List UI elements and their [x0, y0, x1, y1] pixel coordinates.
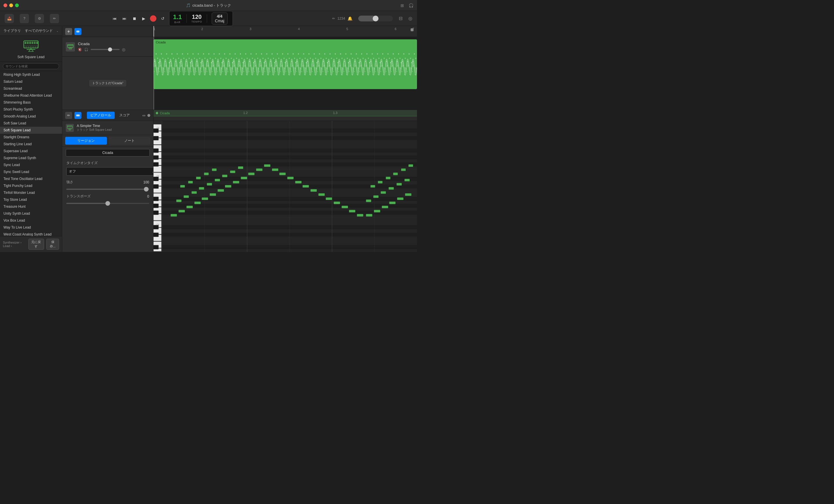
- svg-rect-152: [207, 183, 212, 185]
- sound-list-item[interactable]: Smooth Analog Lead: [0, 113, 62, 120]
- sound-list-item[interactable]: Saturn Lead: [0, 78, 62, 85]
- transport-display: 1.1 BAR 120 TEMPO 4/4 Cmaj: [169, 11, 233, 26]
- minimize-button[interactable]: [9, 3, 13, 7]
- edit-tool-icon: ✏: [332, 17, 335, 21]
- settings-icon[interactable]: ⚙: [35, 14, 44, 23]
- svg-rect-22: [68, 45, 69, 46]
- svg-rect-106: [162, 136, 417, 140]
- forward-button[interactable]: ⏭: [121, 15, 128, 22]
- svg-rect-132: [241, 177, 247, 179]
- sound-list-item[interactable]: Rising High Synth Lead: [0, 71, 62, 78]
- sound-list-item[interactable]: Sync Lead: [0, 161, 62, 168]
- sound-list-item[interactable]: Toy Store Lead: [0, 196, 62, 203]
- sound-list-item[interactable]: Short Plucky Synth: [0, 106, 62, 113]
- piano-roll-ruler: Cicada 1 1.2 1.3: [153, 110, 417, 121]
- svg-point-20: [78, 31, 79, 32]
- sound-list-item[interactable]: Supersaw Lead: [0, 147, 62, 155]
- sound-list-item[interactable]: Supreme Lead Synth: [0, 155, 62, 161]
- edit-icon[interactable]: ✏: [50, 14, 59, 23]
- sound-list-item[interactable]: Tight Punchy Lead: [0, 182, 62, 189]
- velocity-slider[interactable]: [66, 189, 149, 190]
- stop-button[interactable]: ⏹: [131, 15, 137, 22]
- svg-rect-89: [153, 225, 158, 229]
- expand-icon[interactable]: ⇔: [142, 113, 146, 118]
- svg-rect-50: [69, 126, 69, 127]
- svg-rect-90: [153, 233, 158, 237]
- revert-button[interactable]: 元に戻す: [28, 239, 44, 250]
- sound-list-item[interactable]: Shelburne Road Attention Lead: [0, 92, 62, 99]
- rewind-button[interactable]: ⏮: [111, 15, 118, 22]
- headphone-icon[interactable]: 🎧: [84, 48, 88, 51]
- svg-rect-129: [218, 189, 224, 191]
- mute-icon[interactable]: 🔇: [78, 48, 82, 51]
- maximize-button[interactable]: [15, 3, 19, 7]
- region-info: A Simpler Time トラック Soft Square Lead: [62, 121, 153, 135]
- region-tab-note[interactable]: ノート: [109, 137, 150, 145]
- svg-rect-138: [287, 177, 294, 179]
- inbox-icon[interactable]: 📥: [5, 14, 14, 23]
- svg-rect-107: [162, 148, 417, 153]
- svg-rect-1: [25, 42, 26, 44]
- midi-button[interactable]: [74, 28, 81, 35]
- svg-rect-79: [153, 129, 158, 133]
- track-name: Cicada: [78, 42, 150, 46]
- svg-rect-160: [204, 173, 209, 175]
- svg-rect-167: [405, 193, 412, 196]
- help-icon[interactable]: ?: [20, 14, 29, 23]
- transpose-value: 0: [147, 194, 149, 199]
- svg-rect-18: [76, 31, 79, 32]
- pr-mark-1: 1: [156, 111, 158, 115]
- sound-list-item[interactable]: Unity Synth Lead: [0, 210, 62, 217]
- svg-rect-123: [171, 214, 177, 216]
- region-info-name: A Simpler Time: [77, 124, 150, 128]
- region-tab-region[interactable]: リージョン: [65, 137, 107, 145]
- sound-list-item[interactable]: Treasure Hunt: [0, 203, 62, 210]
- ruler-mark-5: 5: [346, 26, 348, 31]
- sound-list-item[interactable]: Starlight Dreams: [0, 134, 62, 141]
- bell-icon: 🔔: [348, 16, 352, 21]
- sound-list-item[interactable]: Starting Line Lead: [0, 141, 62, 147]
- svg-rect-111: [162, 184, 417, 188]
- svg-rect-165: [389, 202, 396, 204]
- time-sig-display[interactable]: 4/4 Cmaj: [212, 13, 227, 25]
- svg-rect-87: [153, 204, 158, 208]
- master-volume-slider[interactable]: [373, 16, 378, 21]
- sound-list-item[interactable]: Sync Swell Lead: [0, 168, 62, 175]
- save-button[interactable]: 保存...: [46, 239, 59, 250]
- sound-list-item[interactable]: Tinfoil Monster Lead: [0, 189, 62, 196]
- loop-button[interactable]: ↺: [160, 15, 166, 22]
- search-input[interactable]: [3, 63, 59, 69]
- record-button[interactable]: [150, 15, 156, 22]
- volume-slider[interactable]: [91, 49, 119, 50]
- pencil-tool-button[interactable]: ✏: [65, 112, 72, 119]
- midi-tool-button[interactable]: [74, 112, 81, 119]
- svg-rect-126: [194, 202, 201, 204]
- piano-roll-grid[interactable]: [162, 121, 417, 252]
- quantize-dropdown[interactable]: オフ ⌄: [66, 167, 157, 176]
- knob-icon[interactable]: ◎: [122, 47, 125, 52]
- svg-rect-176: [386, 177, 390, 179]
- region-name-field[interactable]: Cicada: [66, 149, 150, 157]
- sound-list-item[interactable]: Way To Live Lead: [0, 224, 62, 231]
- score-tab[interactable]: スコア: [116, 112, 133, 119]
- transpose-slider[interactable]: [66, 203, 149, 204]
- bottom-panel-header: ✏ ピアノロール スコア ⇔: [62, 110, 153, 121]
- headphone2-icon: ◎: [408, 16, 412, 21]
- svg-rect-9: [26, 46, 27, 48]
- sound-list-item[interactable]: Screamlead: [0, 85, 62, 92]
- sound-list-item[interactable]: Test Tone Oscillator Lead: [0, 175, 62, 182]
- piano-roll-tab[interactable]: ピアノロール: [87, 112, 115, 119]
- sound-list-item[interactable]: Vox Box Lead: [0, 217, 62, 224]
- sound-list-item[interactable]: Soft Square Lead: [0, 127, 62, 134]
- bar-display: 1.1 BAR: [173, 13, 182, 24]
- add-track-button[interactable]: +: [65, 28, 72, 35]
- sound-list-item[interactable]: Soft Saw Lead: [0, 120, 62, 127]
- svg-rect-110: [162, 177, 417, 181]
- close-button[interactable]: [3, 3, 7, 7]
- svg-rect-12: [31, 46, 32, 48]
- sound-list[interactable]: Rising High Synth LeadSaturn LeadScreaml…: [0, 71, 62, 236]
- sound-list-item[interactable]: Shimmering Bass: [0, 99, 62, 106]
- play-button[interactable]: ▶: [141, 15, 147, 22]
- cicada-region[interactable]: Cicada: [153, 39, 417, 89]
- sound-list-item[interactable]: West Coast Analog Synth Lead: [0, 231, 62, 236]
